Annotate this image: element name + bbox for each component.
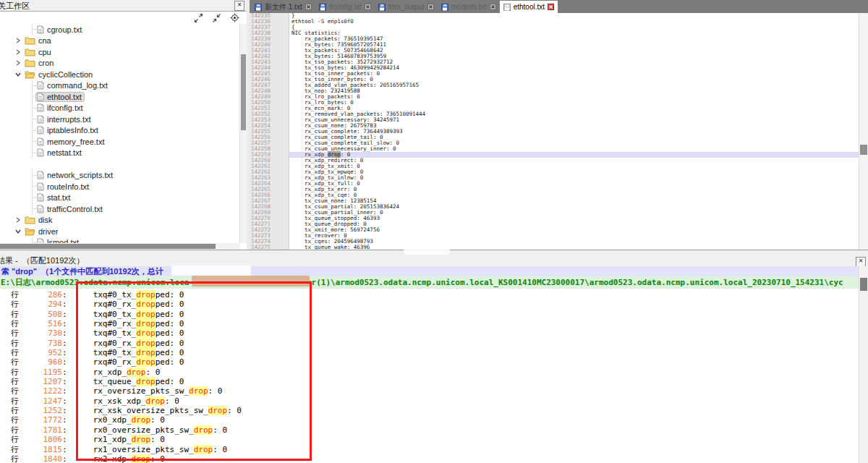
result-row[interactable]: 行294:rxq#0_rx_dropped: 0 [0, 300, 859, 309]
result-row[interactable]: 行1840:rx2_xdp_drop: 0 [0, 454, 859, 463]
workspace-close-icon[interactable]: ✕ [234, 1, 244, 11]
editor-line[interactable]: 142237{ [250, 25, 859, 30]
tree-item-command-log-txt[interactable]: command_log.txt [0, 80, 240, 92]
match-highlight: drop [189, 386, 208, 396]
results-file-path-line[interactable]: E:\日志\armod0523.odata.ncmp.unicom.loca a… [0, 276, 859, 289]
results-close-icon[interactable]: ✕ [856, 257, 866, 267]
chevron-right-icon[interactable] [14, 37, 24, 45]
tab-close-icon[interactable] [490, 4, 496, 10]
tree-item-cgroup-txt[interactable]: cgroup.txt [0, 24, 240, 35]
line-number: 142275 [250, 245, 289, 250]
tree-item-inner: iptablesInfo.txt [36, 126, 101, 135]
tree-item-ethtool-txt[interactable]: ethtool.txt [0, 91, 240, 103]
tree-item-label: trafficControl.txt [47, 205, 103, 213]
tree-item-interrupts-txt[interactable]: interrupts.txt [0, 114, 240, 125]
tree-item-stat-txt[interactable]: stat.txt [0, 192, 240, 204]
editor-line-text: tx_recover: 0 [289, 233, 859, 239]
tree-item-inner: trafficControl.txt [36, 205, 105, 213]
tab-close-icon[interactable] [548, 4, 554, 10]
tree-item-trafficcontrol-txt[interactable]: trafficControl.txt [0, 203, 240, 215]
tree-item-iptablesinfo-txt[interactable]: iptablesInfo.txt [0, 125, 240, 137]
result-row[interactable]: 行1222:rx_oversize_pkts_sw_drop: 0 [0, 386, 859, 396]
tree-item-network-scripts-txt[interactable]: network_scripts.txt [0, 170, 240, 182]
tree-item-ifconfig-txt[interactable]: ifconfig.txt [0, 103, 240, 114]
tree-item-label: cna [38, 36, 51, 45]
result-row[interactable]: 行738:rxq#0_rx_dropped: 0 [0, 339, 859, 348]
scrollbar-thumb[interactable] [241, 54, 246, 130]
save-icon [378, 4, 386, 11]
result-line-number: 1815 [22, 445, 62, 454]
tab-ethtool-txt[interactable]: ethtool.txt [500, 1, 558, 13]
results-summary-text: 索 "drop" （1个文件中匹配到10192次，总计 [1, 266, 163, 276]
tree-item-driver[interactable]: driver [0, 226, 240, 237]
tree-item-cycliccollection[interactable]: cyclicCollection [0, 69, 240, 80]
result-row[interactable]: 行1207:tx_queue_dropped: 0 [0, 377, 859, 386]
tree-item-routeinfo-txt[interactable]: routeInfo.txt [0, 181, 240, 192]
result-match-text: rxq#0_rx_dropped: 0 [67, 339, 184, 348]
result-row[interactable]: 行1772:rx0_xdp_drop: 0 [0, 415, 859, 425]
tab--1-txt[interactable]: 新文件 1.txt [251, 1, 315, 13]
result-row[interactable]: 行516:rxq#0_rx_dropped: 0 [0, 319, 859, 328]
result-row[interactable]: 行1247:rx_xsk_xdp_drop: 0 [0, 396, 859, 406]
editor-vertical-scrollbar[interactable] [859, 13, 868, 250]
tab-close-icon[interactable] [305, 4, 312, 10]
editor-line-text: rx_xdp_redirect: 0 [289, 158, 859, 163]
editor-content[interactable]: 142235}142236ethtool -S enp1s0f0142237{1… [250, 13, 859, 250]
tree-item-netstat-txt[interactable]: netstat.txt [0, 148, 240, 159]
result-row[interactable]: 行1815:rx1_oversize_pkts_sw_drop: 0 [0, 445, 859, 454]
tree-gap [0, 158, 240, 170]
result-line-number: 1247 [22, 396, 62, 406]
editor-region: 新文件 1.txtifconfig.txtfdm_outputmodinfo.t… [250, 0, 868, 250]
workspace-vertical-scrollbar[interactable] [239, 24, 247, 243]
locate-file-icon[interactable] [229, 13, 239, 23]
result-line-number: 730 [22, 328, 62, 338]
result-row[interactable]: 行730:txq#0_tx_dropped: 0 [0, 328, 859, 338]
tab-close-icon[interactable] [427, 4, 434, 10]
editor-line-text: ethtool -S enp1s0f0 [289, 19, 859, 25]
chevron-right-icon[interactable] [14, 48, 24, 56]
app-screen: 关工作区 ✕ cgroup.txtcnacpucroncyclicCollect… [0, 0, 868, 463]
tree-item-cna[interactable]: cna [0, 35, 240, 47]
expand-all-icon[interactable] [193, 13, 203, 23]
scrollbar-thumb[interactable] [860, 278, 867, 291]
result-row[interactable]: 行1195:rx_xdp_drop: 0 [0, 368, 859, 377]
tree-item-cpu[interactable]: cpu [0, 46, 240, 58]
result-row[interactable]: 行1781:rx0_oversize_pkts_sw_drop: 0 [0, 425, 859, 435]
chevron-down-icon[interactable] [14, 70, 24, 78]
tab-modinfo-txt[interactable]: modinfo.txt [438, 1, 500, 13]
result-row[interactable]: 行286:txq#0_tx_dropped: 0 [0, 290, 859, 300]
folder-icon [25, 216, 35, 224]
result-match-text: txq#0_tx_dropped: 0 [67, 310, 184, 319]
tab-ifconfig-txt[interactable]: ifconfig.txt [315, 1, 375, 13]
editor-line[interactable]: 142236ethtool -S enp1s0f0 [250, 19, 859, 25]
chevron-right-icon[interactable] [14, 59, 24, 67]
chevron-right-icon[interactable] [14, 216, 24, 224]
result-row[interactable]: 行960:rxq#0_rx_dropped: 0 [0, 357, 859, 367]
workspace-horizontal-scrollbar[interactable] [0, 243, 240, 250]
result-row-label: 行 [11, 339, 22, 348]
tree-item-inner: lsmod.txt [36, 238, 81, 243]
editor-line-text: tx_xmit_more: 569724756 [289, 227, 859, 233]
result-row[interactable]: 行1806:rx1_xdp_drop: 0 [0, 435, 859, 444]
tree-item-disk[interactable]: disk [0, 215, 240, 226]
tab-close-icon[interactable] [365, 4, 371, 10]
result-match-text: rx_xsk_xdp_drop: 0 [67, 396, 179, 406]
result-row[interactable]: 行1252:rx_xsk_oversize_pkts_sw_drop: 0 [0, 406, 859, 415]
tree-item-memory-free-txt[interactable]: memory_free.txt [0, 136, 240, 148]
chevron-down-icon[interactable] [14, 227, 24, 235]
match-highlight: drop [136, 377, 156, 386]
file-icon [37, 137, 44, 146]
tree-connector [32, 119, 38, 119]
scrollbar-thumb[interactable] [0, 244, 216, 249]
scrollbar-thumb[interactable] [860, 145, 867, 155]
result-match-text: txq#0_tx_dropped: 0 [67, 328, 184, 338]
results-vertical-scrollbar[interactable] [859, 266, 868, 463]
result-row[interactable]: 行508:txq#0_tx_dropped: 0 [0, 310, 859, 319]
tree-item-cron[interactable]: cron [0, 58, 240, 69]
editor-line[interactable]: 142275 tx_queue_wake: 46396 [250, 245, 859, 250]
match-highlight: drop [194, 425, 213, 435]
result-row[interactable]: 行952:txq#0_tx_dropped: 0 [0, 348, 859, 357]
tree-item-lsmod-txt[interactable]: lsmod.txt [0, 237, 240, 244]
tab-fdm-output[interactable]: fdm_output [375, 1, 438, 13]
collapse-all-icon[interactable] [211, 13, 221, 23]
